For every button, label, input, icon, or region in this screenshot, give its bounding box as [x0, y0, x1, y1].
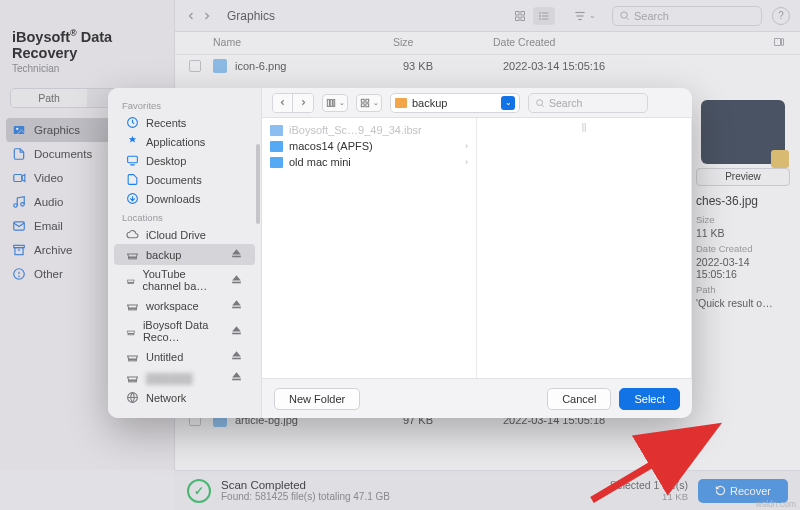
svg-line-62	[542, 105, 544, 107]
svg-rect-49	[232, 358, 241, 360]
sidebar-location--[interactable]: ▒▒▒▒▒▒	[114, 367, 255, 388]
svg-rect-56	[333, 99, 335, 106]
sidebar-location-iboysoft-data-reco-[interactable]: iBoysoft Data Reco…	[114, 316, 255, 346]
watermark: wsldn.com	[756, 499, 796, 509]
eject-icon[interactable]	[230, 273, 243, 288]
sidebar-scrollbar[interactable]	[256, 144, 260, 224]
svg-rect-54	[327, 99, 329, 106]
svg-rect-44	[128, 333, 134, 334]
sidebar-item-applications[interactable]: Applications	[114, 132, 255, 151]
svg-rect-37	[232, 256, 241, 258]
select-button[interactable]: Select	[619, 388, 680, 410]
svg-rect-41	[129, 308, 137, 310]
svg-rect-52	[232, 379, 241, 381]
svg-marker-51	[232, 372, 241, 377]
dialog-forward-icon[interactable]	[293, 94, 313, 112]
eject-icon[interactable]	[230, 349, 243, 364]
chevron-right-icon: ›	[465, 157, 468, 167]
location-dropdown[interactable]: backup ⌄	[390, 93, 520, 113]
dialog-nav[interactable]	[272, 93, 314, 113]
folder-icon	[270, 125, 283, 136]
dialog-search[interactable]: Search	[528, 93, 648, 113]
svg-rect-57	[361, 99, 364, 102]
svg-rect-46	[232, 332, 241, 334]
eject-icon[interactable]	[230, 298, 243, 313]
svg-rect-47	[129, 359, 137, 361]
sidebar-location-youtube-channel-ba-[interactable]: YouTube channel ba…	[114, 265, 255, 295]
svg-rect-59	[361, 103, 364, 106]
svg-rect-31	[128, 156, 138, 163]
svg-rect-43	[232, 307, 241, 309]
sidebar-item-downloads[interactable]: Downloads	[114, 189, 255, 208]
save-location-dialog: Favorites RecentsApplicationsDesktopDocu…	[108, 88, 692, 418]
svg-rect-35	[129, 257, 137, 259]
sidebar-location-network[interactable]: Network	[114, 388, 255, 407]
svg-marker-42	[232, 300, 241, 305]
sidebar-location-untitled[interactable]: Untitled	[114, 346, 255, 367]
chevron-right-icon: ›	[465, 141, 468, 151]
eject-icon[interactable]	[230, 370, 243, 385]
svg-rect-50	[129, 380, 137, 382]
folder-icon	[395, 98, 407, 108]
svg-point-61	[537, 99, 543, 105]
dialog-footer: New Folder Cancel Select	[262, 378, 692, 418]
eject-icon[interactable]	[230, 247, 243, 262]
sidebar-location-workspace[interactable]: workspace	[114, 295, 255, 316]
svg-marker-45	[232, 326, 241, 331]
folder-icon	[270, 141, 283, 152]
column-resize-handle[interactable]: ||	[477, 122, 691, 132]
cancel-button[interactable]: Cancel	[547, 388, 611, 410]
svg-rect-38	[128, 282, 133, 283]
eject-icon[interactable]	[230, 324, 243, 339]
dropdown-chevron-icon[interactable]: ⌄	[501, 96, 515, 110]
favorites-header: Favorites	[110, 96, 259, 113]
column-view-icon[interactable]: ⌄	[322, 94, 348, 112]
column-item[interactable]: old mac mini›	[262, 154, 476, 170]
new-folder-button[interactable]: New Folder	[274, 388, 360, 410]
column-browser[interactable]: iBoysoft_Sc…9_49_34.ibsrmacos14 (APFS)›o…	[262, 118, 692, 378]
column-item[interactable]: iBoysoft_Sc…9_49_34.ibsr	[262, 122, 476, 138]
svg-marker-39	[232, 275, 241, 280]
locations-header: Locations	[110, 208, 259, 225]
dialog-sidebar: Favorites RecentsApplicationsDesktopDocu…	[108, 88, 262, 418]
current-folder: backup	[412, 97, 447, 109]
sidebar-item-desktop[interactable]: Desktop	[114, 151, 255, 170]
svg-rect-60	[366, 103, 369, 106]
column-item[interactable]: macos14 (APFS)›	[262, 138, 476, 154]
svg-rect-55	[330, 99, 332, 106]
folder-icon	[270, 157, 283, 168]
sidebar-location-icloud-drive[interactable]: iCloud Drive	[114, 225, 255, 244]
group-view-icon[interactable]: ⌄	[356, 94, 382, 112]
svg-marker-36	[232, 249, 241, 254]
sidebar-location-backup[interactable]: backup	[114, 244, 255, 265]
dialog-toolbar: ⌄ ⌄ backup ⌄ Search	[262, 88, 692, 118]
sidebar-item-documents[interactable]: Documents	[114, 170, 255, 189]
svg-rect-40	[232, 281, 241, 283]
svg-marker-48	[232, 351, 241, 356]
sidebar-item-recents[interactable]: Recents	[114, 113, 255, 132]
dialog-back-icon[interactable]	[273, 94, 293, 112]
svg-rect-58	[366, 99, 369, 102]
